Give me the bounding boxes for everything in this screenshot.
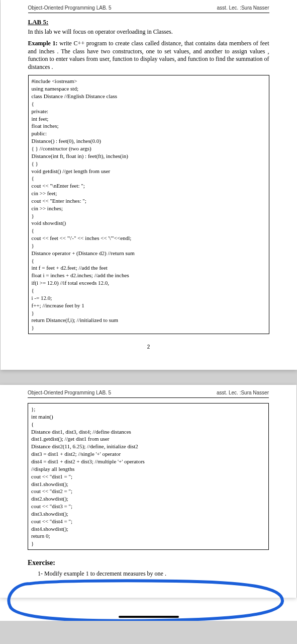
- page-header: Object-Oriented Programming LAB. 5 asst.…: [28, 5, 269, 11]
- bottom-bar: [0, 598, 297, 621]
- page-number: 2: [28, 344, 269, 350]
- exercise-item: 1- Modify example 1 to decrement measure…: [38, 570, 269, 578]
- page-header: Object-Oriented Programming LAB. 5 asst.…: [28, 390, 269, 395]
- intro-text: In this lab we will focus on operator ov…: [28, 28, 269, 36]
- example-paragraph: Example 1: write C++ program to create c…: [28, 40, 269, 71]
- header-divider: [28, 397, 269, 398]
- home-indicator: [119, 616, 179, 618]
- header-left: Object-Oriented Programming LAB. 5: [28, 5, 112, 11]
- code-block-2: }; int main() { Distance dist1, dist3, d…: [28, 403, 269, 550]
- example-text: write C++ program to create class called…: [28, 40, 269, 70]
- document-page-2: Object-Oriented Programming LAB. 5 asst.…: [0, 385, 296, 598]
- example-label: Example 1:: [28, 40, 58, 47]
- header-right: asst. Lec. :Sura Nasser: [217, 5, 269, 11]
- lab-title: LAB 5:: [28, 18, 269, 26]
- header-right: asst. Lec. :Sura Nasser: [217, 390, 269, 395]
- header-divider: [28, 13, 269, 13]
- header-left: Object-Oriented Programming LAB. 5: [28, 390, 111, 395]
- exercise-title: Exercise:: [28, 559, 269, 567]
- page-2-wrap: Object-Oriented Programming LAB. 5 asst.…: [0, 385, 297, 598]
- code-block-1: #include <iostream> using namespace std;…: [28, 75, 269, 334]
- document-page-1: Object-Oriented Programming LAB. 5 asst.…: [1, 0, 297, 370]
